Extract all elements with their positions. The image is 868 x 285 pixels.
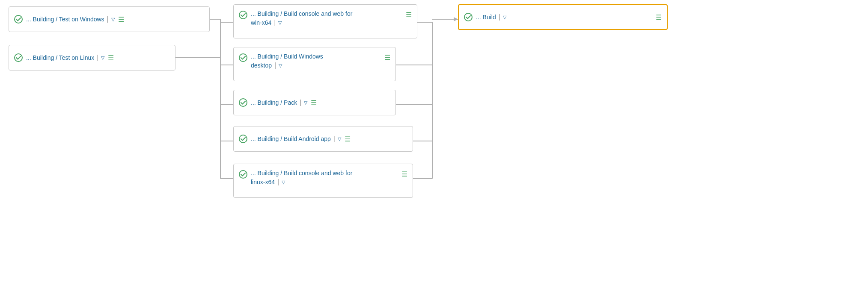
build-console-linux-text2: linux-x64 <box>251 178 275 186</box>
build-pack-label: ... Building / Pack | ▽ <box>251 98 307 107</box>
dropdown-test-windows[interactable]: ▽ <box>111 16 115 22</box>
console-icon-test-windows[interactable]: ☰ <box>118 15 124 24</box>
build-console-linux-text1: ... Building / Build console and web for <box>251 169 352 177</box>
build-console-linux-label1: ... Building / Build console and web for <box>251 169 398 177</box>
node-build-android[interactable]: ... Building / Build Android app | ▽ ☰ <box>233 126 413 152</box>
dropdown-build-final[interactable]: ▽ <box>503 14 506 20</box>
svg-point-22 <box>239 135 247 143</box>
status-icon-build-pack <box>239 98 247 107</box>
build-windows-desktop-text1: ... Building / Build Windows <box>251 53 323 60</box>
test-windows-text: ... Building / Test on Windows <box>26 15 104 23</box>
svg-point-17 <box>15 15 22 23</box>
status-icon-test-windows <box>14 15 23 24</box>
pipe-1: | <box>107 15 109 24</box>
test-linux-text: ... Building / Test on Linux <box>26 54 94 62</box>
build-final-label: ... Build | ▽ <box>476 13 506 22</box>
build-windows-desktop-content: ... Building / Build Windows desktop | ▽ <box>251 53 381 70</box>
build-console-win-content: ... Building / Build console and web for… <box>251 10 402 27</box>
build-android-label: ... Building / Build Android app | ▽ <box>251 135 341 144</box>
pipe-7: | <box>277 178 279 187</box>
node-build-console-win[interactable]: ... Building / Build console and web for… <box>233 4 417 38</box>
pipe-6: | <box>333 135 335 144</box>
svg-point-21 <box>239 99 247 106</box>
status-icon-build-windows-desktop <box>239 53 247 62</box>
connectors-svg <box>0 0 868 285</box>
node-build-console-linux[interactable]: ... Building / Build console and web for… <box>233 164 413 198</box>
console-icon-build-console-win[interactable]: ☰ <box>406 11 412 19</box>
dropdown-build-console-win[interactable]: ▽ <box>278 20 282 26</box>
status-icon-build-final <box>464 13 473 21</box>
test-linux-label: ... Building / Test on Linux | ▽ <box>26 53 104 62</box>
build-windows-desktop-label2: desktop | ▽ <box>251 61 381 70</box>
build-console-win-label2: win-x64 | ▽ <box>251 18 402 27</box>
build-windows-desktop-label1: ... Building / Build Windows <box>251 53 381 60</box>
dropdown-build-pack[interactable]: ▽ <box>304 100 307 106</box>
build-console-linux-label2: linux-x64 | ▽ <box>251 178 398 187</box>
build-final-text: ... Build <box>476 13 496 21</box>
dropdown-build-console-linux[interactable]: ▽ <box>282 179 285 185</box>
svg-point-18 <box>15 54 22 62</box>
status-icon-test-linux <box>14 53 23 62</box>
build-android-text: ... Building / Build Android app <box>251 135 331 143</box>
svg-point-24 <box>464 13 472 21</box>
node-build-windows-desktop[interactable]: ... Building / Build Windows desktop | ▽… <box>233 47 396 81</box>
build-console-win-text2: win-x64 <box>251 19 271 26</box>
build-windows-desktop-text2: desktop <box>251 62 272 69</box>
build-console-win-text1: ... Building / Build console and web for <box>251 10 352 18</box>
build-pack-text: ... Building / Pack <box>251 99 297 106</box>
pipe-5: | <box>300 98 301 107</box>
node-test-windows[interactable]: ... Building / Test on Windows | ▽ ☰ <box>9 6 210 32</box>
dropdown-build-android[interactable]: ▽ <box>338 136 341 142</box>
console-icon-build-android[interactable]: ☰ <box>345 135 351 143</box>
dropdown-build-windows-desktop[interactable]: ▽ <box>279 62 282 68</box>
svg-point-23 <box>239 170 247 178</box>
pipeline-container: ... Building / Test on Windows | ▽ ☰ ...… <box>0 0 868 285</box>
build-console-win-label: ... Building / Build console and web for <box>251 10 402 18</box>
pipe-3: | <box>274 18 276 27</box>
console-icon-build-final[interactable]: ☰ <box>656 13 662 21</box>
status-icon-build-console-linux <box>239 170 247 179</box>
console-icon-test-linux[interactable]: ☰ <box>108 54 114 62</box>
pipe-8: | <box>499 13 500 22</box>
test-windows-label: ... Building / Test on Windows | ▽ <box>26 15 115 24</box>
console-icon-build-pack[interactable]: ☰ <box>311 99 317 107</box>
node-build-final[interactable]: ... Build | ▽ ☰ <box>458 4 668 30</box>
node-test-linux[interactable]: ... Building / Test on Linux | ▽ ☰ <box>9 45 175 71</box>
status-icon-build-android <box>239 135 247 143</box>
pipe-4: | <box>274 61 276 70</box>
svg-marker-16 <box>454 17 458 21</box>
svg-point-20 <box>239 54 247 62</box>
console-icon-build-console-linux[interactable]: ☰ <box>401 170 407 178</box>
pipe-2: | <box>97 53 98 62</box>
build-console-linux-content: ... Building / Build console and web for… <box>251 169 398 187</box>
status-icon-build-console-win <box>239 11 247 19</box>
console-icon-build-windows-desktop[interactable]: ☰ <box>384 53 390 62</box>
dropdown-test-linux[interactable]: ▽ <box>101 55 104 61</box>
node-build-pack[interactable]: ... Building / Pack | ▽ ☰ <box>233 90 396 115</box>
svg-point-19 <box>239 11 247 19</box>
